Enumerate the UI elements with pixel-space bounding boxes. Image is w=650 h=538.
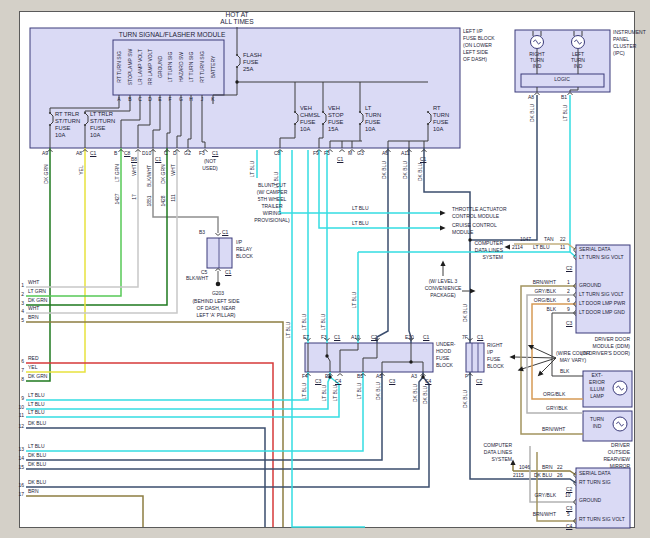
fuse-symbol	[427, 123, 429, 125]
note: OF DASH)	[463, 57, 487, 62]
wire-color-label: DK GRN	[28, 298, 47, 303]
ip-relay-block-box	[207, 238, 232, 268]
wire-color-label: LT BLU	[352, 206, 369, 211]
wire-color-label: BLK/WHT	[186, 276, 208, 281]
circuit-number: 17	[132, 194, 137, 200]
wire-color-label: GRY/BLK	[534, 493, 556, 498]
fuse-label: FUSE	[243, 59, 258, 65]
wire-color-label: LT GRN	[115, 164, 120, 182]
fuse-symbol	[236, 66, 238, 68]
connector-tick	[568, 93, 573, 95]
module-label: MIRROR	[610, 464, 630, 469]
wire-color-label: DK GRN	[28, 374, 47, 379]
pin-function-label: LR LAMP VOLT	[138, 49, 143, 84]
module-label: DRIVER	[611, 443, 630, 448]
lamp-label: TURN	[590, 417, 604, 422]
connector-label: B1	[561, 95, 567, 100]
connector-label: C2	[566, 266, 572, 271]
wire-color-label: DK GRN	[44, 164, 49, 183]
wire-number: 5	[21, 318, 24, 323]
connector-label: E7	[303, 335, 309, 340]
wire-color-label: LT BLU	[274, 172, 279, 189]
circuit-number: 2114	[512, 245, 523, 250]
wire-color-label: BLK	[560, 369, 569, 374]
wire-color-label: DK BLU	[382, 161, 387, 179]
connector-label: A3	[376, 374, 382, 379]
wire-color-label: LT BLU	[302, 383, 307, 400]
fuse-label: VEH	[300, 105, 312, 111]
pin-letter: C	[138, 97, 142, 102]
wire-number: 16	[18, 483, 24, 488]
connector-label: C2	[476, 379, 482, 384]
note: (W/ CAMPER	[257, 190, 288, 195]
connector-label: C8	[274, 151, 280, 156]
wire-dkblu	[409, 148, 411, 343]
pin-letter: E	[158, 97, 161, 102]
fuse-label: RT	[433, 105, 441, 111]
note: (BEHIND LEFT SIDE	[192, 299, 239, 304]
note: DATA LINES	[484, 450, 512, 455]
note: LEFT 'A' PILLAR)	[196, 313, 235, 318]
pin-function-label: RT TURN SIG	[117, 51, 122, 83]
lamp-label: LAMP	[590, 394, 604, 399]
fuse-label: RT TRLR	[55, 111, 79, 117]
row-label: RT TURN SIG VOLT	[579, 517, 625, 522]
module-label: FUSE	[487, 357, 500, 362]
note: FUSE BLOCK	[463, 36, 495, 41]
pin-number: 5	[567, 512, 570, 517]
connector-label: C1	[155, 157, 161, 162]
connector-label: A9	[42, 151, 48, 156]
connector-label: C3	[315, 379, 321, 384]
row-label: SERIAL DATA	[579, 247, 611, 252]
junction-dot	[235, 80, 238, 83]
module-label: DRIVER DOOR	[595, 337, 630, 342]
wire-color-label: TAN	[544, 237, 554, 242]
connector-label: C1	[90, 151, 96, 156]
fuse-label: FUSE	[365, 119, 380, 125]
wire-color-label: BRN	[28, 315, 39, 320]
connector-label: A6	[382, 151, 388, 156]
pin-letter: A	[117, 97, 120, 102]
arrow-icon	[440, 260, 445, 266]
module-label: INSTRUMENT	[613, 30, 646, 35]
pin-letter: B	[128, 97, 131, 102]
wire-color-label: LT GRN	[28, 289, 46, 294]
wire-number: 8	[21, 377, 24, 382]
circuit-number: 111	[171, 194, 176, 202]
connector-label: C	[164, 151, 168, 156]
pin-letter: K	[211, 97, 214, 102]
note: COMPUTER	[474, 241, 503, 246]
wire-color-label: ORG/BLK	[534, 298, 556, 303]
fuse-label: 10A	[300, 126, 310, 132]
wire-color-label: LT BLU	[302, 314, 307, 331]
connector-label: C3	[566, 321, 572, 326]
module-label: UNDER-	[436, 342, 455, 347]
module-label: BLOCK	[236, 254, 253, 259]
pin-number: 26	[557, 473, 563, 478]
note: WIRING	[263, 211, 282, 216]
pin-function-label: LT TURN SIG	[168, 52, 173, 83]
connector-label: C1	[337, 157, 343, 162]
note: SYSTEM	[491, 457, 512, 462]
wire-color-label: LT BLU	[286, 322, 291, 339]
fuse-label: FUSE	[55, 125, 70, 131]
junction-dot	[468, 238, 471, 241]
fuse-symbol	[427, 111, 429, 113]
fuse-label: ST/TURN	[55, 118, 80, 124]
connector-label: B8	[131, 157, 137, 162]
pin-letter: H	[189, 97, 193, 102]
module-label: HOOD	[436, 349, 451, 354]
wire-color-label: DK BLU	[413, 384, 418, 402]
fuse-label: TURN	[365, 112, 381, 118]
wire-color-label: DK GRN	[161, 164, 166, 183]
module-title: TURN SIGNAL/FLASHER MODULE	[119, 32, 226, 38]
wire-color-label: BLK/WHT	[147, 165, 152, 187]
connector-label: A10	[351, 335, 360, 340]
circuit-number: 1047	[520, 237, 531, 242]
connector-label: 7F	[462, 335, 468, 340]
connector-label: E10	[405, 335, 414, 340]
wire-color-label: WHT	[28, 280, 39, 285]
row-label: LT DOOR LMP PWR	[579, 301, 625, 306]
wire-ltblu	[570, 252, 576, 257]
note: TRAILER	[261, 204, 282, 209]
